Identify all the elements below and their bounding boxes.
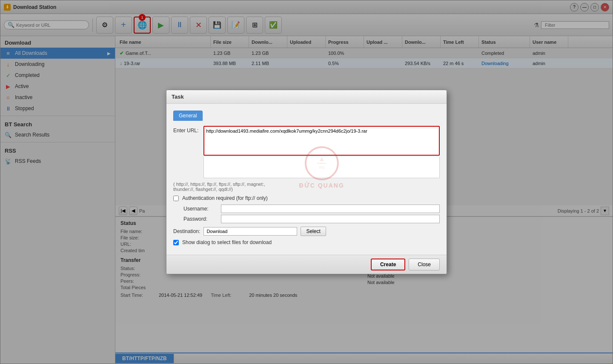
- destination-input[interactable]: [203, 227, 297, 236]
- modal-overlay: Task General Enter URL: http://download1…: [0, 0, 613, 364]
- password-input[interactable]: [221, 215, 440, 223]
- username-row: Username:: [183, 205, 440, 213]
- url-extra-area: DQ ĐỨC QUANG: [203, 157, 440, 178]
- show-dialog-label: Show dialog to select files for download: [182, 239, 272, 245]
- modal-tab-general[interactable]: General: [173, 111, 203, 121]
- auth-label: Authentication required (for ftp:// only…: [182, 195, 268, 201]
- modal-title: Task: [166, 90, 447, 104]
- username-input[interactable]: [221, 205, 440, 213]
- create-button[interactable]: Create: [371, 259, 405, 270]
- destination-row: Destination: Select: [173, 227, 440, 236]
- modal-body: General Enter URL: http://download1493.m…: [166, 104, 447, 255]
- show-dialog-checkbox[interactable]: [173, 240, 179, 245]
- auth-row: Authentication required (for ftp:// only…: [173, 195, 440, 201]
- task-modal: Task General Enter URL: http://download1…: [166, 90, 447, 274]
- url-label: Enter URL:: [173, 126, 198, 134]
- password-label: Password:: [183, 216, 218, 222]
- url-help: ( http://, https://, ftp://, ftps://, sf…: [173, 182, 440, 192]
- url-row: Enter URL: http://download1493.mediafire…: [173, 126, 440, 178]
- close-modal-button[interactable]: Close: [409, 259, 440, 270]
- svg-text:DQ: DQ: [319, 165, 324, 169]
- url-textarea[interactable]: http://download1493.mediafire.com/xqdlko…: [203, 126, 440, 156]
- show-dialog-row: Show dialog to select files for download: [173, 239, 440, 245]
- modal-footer: Create Close: [166, 255, 447, 274]
- modal-tabs: General: [173, 111, 440, 121]
- auth-checkbox[interactable]: [173, 196, 179, 201]
- destination-label: Destination:: [173, 228, 200, 234]
- password-row: Password:: [183, 215, 440, 223]
- select-button[interactable]: Select: [301, 227, 326, 236]
- url-input-area: http://download1493.mediafire.com/xqdlko…: [203, 126, 440, 178]
- username-label: Username:: [183, 206, 218, 212]
